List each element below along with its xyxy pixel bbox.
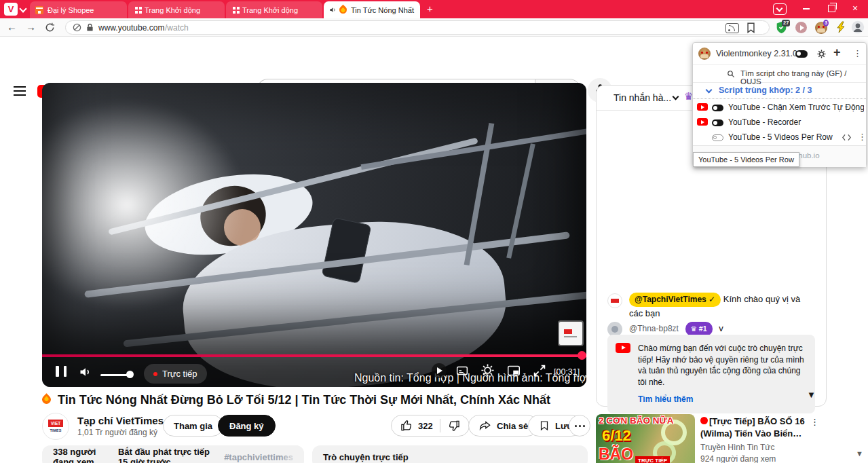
chat-welcome-notice: Chào mừng bạn đến với cuộc trò chuyện tr… bbox=[607, 335, 815, 413]
thumb-live-badge: TRỰC TIẾP bbox=[635, 456, 670, 463]
vm-new-script-button[interactable]: + bbox=[833, 45, 841, 60]
recorder-timestamp: [00:31] bbox=[554, 367, 580, 377]
browser-window: V Đại lý Shopee Trang Khởi động Trang Kh… bbox=[0, 0, 868, 463]
vm-script-row[interactable]: YouTube - Chặn Xem Trước Tự Động Thun bbox=[693, 100, 866, 115]
tab-bar: V Đại lý Shopee Trang Khởi động Trang Kh… bbox=[0, 0, 868, 18]
chat-filter-label[interactable]: Tin nhắn hà... bbox=[614, 92, 671, 103]
new-tab-button[interactable]: + bbox=[427, 3, 433, 14]
youtube-icon bbox=[697, 118, 708, 126]
vm-title: Violentmonkey 2.31.0 bbox=[716, 49, 797, 58]
collapse-chevron-icon bbox=[706, 87, 713, 94]
join-label: Tham gia bbox=[174, 421, 212, 431]
chat-message[interactable]: @Thna-bp8zt ♛ #1 v bbox=[607, 322, 811, 336]
pause-button[interactable] bbox=[56, 366, 67, 377]
minimize-button[interactable] bbox=[803, 8, 810, 10]
tab-stack-chevron-button[interactable] bbox=[773, 3, 787, 15]
page-scroll-down-icon[interactable]: ▼ bbox=[856, 449, 863, 458]
thumb-down-icon[interactable] bbox=[447, 419, 461, 432]
back-button[interactable]: ← bbox=[7, 21, 17, 33]
verified-icon: ✓ bbox=[709, 295, 715, 304]
chat-message[interactable]: @TapchiVietTimes ✓ Kính chào quý vị và c… bbox=[607, 293, 811, 320]
chat-avatar bbox=[607, 293, 622, 308]
tab-start-page-2[interactable]: Trang Khởi động bbox=[226, 1, 322, 18]
guide-menu-button[interactable] bbox=[14, 86, 26, 96]
tab-dai-ly-shopee[interactable]: Đại lý Shopee bbox=[30, 1, 127, 18]
tab-active-video[interactable]: Tin Tức Nóng Nhất Đừn bbox=[324, 1, 420, 18]
notice-text: Chào mừng bạn đến với cuộc trò chuyện tr… bbox=[638, 343, 807, 388]
url-path: /watch bbox=[165, 23, 189, 33]
script-toggle-on[interactable] bbox=[712, 119, 723, 126]
forward-button[interactable]: → bbox=[26, 21, 36, 33]
flame-favicon bbox=[338, 5, 349, 16]
vivaldi-menu-button[interactable]: V bbox=[4, 3, 18, 16]
close-window-button[interactable]: × bbox=[852, 3, 858, 14]
subtitles-icon[interactable] bbox=[455, 363, 470, 378]
volume-slider-knob[interactable] bbox=[126, 371, 134, 378]
channel-name-row[interactable]: Tạp chí VietTimes ✓ bbox=[77, 415, 174, 426]
feed-icon[interactable] bbox=[725, 23, 739, 33]
profile-avatar[interactable] bbox=[851, 20, 865, 34]
maximize-button[interactable] bbox=[828, 5, 835, 12]
chat-author[interactable]: @Thna-bp8zt bbox=[629, 324, 679, 333]
fullscreen-icon[interactable] bbox=[532, 363, 547, 378]
lock-icon[interactable] bbox=[86, 23, 94, 32]
script-menu-button[interactable]: ⋮ bbox=[858, 132, 867, 142]
video-caption: Nguồn tin: Tổng hợp | Nguồn hình ảnh: Tổ… bbox=[354, 372, 586, 384]
vm-script-row[interactable]: YouTube - Recorder bbox=[693, 115, 866, 130]
autoplay-toggle[interactable] bbox=[432, 363, 447, 378]
live-dot-icon bbox=[153, 372, 157, 376]
recommended-more-button[interactable]: ⋮ bbox=[810, 417, 819, 427]
join-button[interactable]: Tham gia bbox=[163, 415, 223, 437]
vm-script-row[interactable]: YouTube - 5 Videos Per Row ⋮ bbox=[693, 130, 866, 145]
browser-toolbar: ← → www.youtube.com /watch 27 3 bbox=[0, 18, 868, 37]
recommended-title: [Trực Tiếp] BÃO SỐ 16 (Wilma) Tiến Vào B… bbox=[700, 416, 805, 439]
violentmonkey-icon bbox=[698, 48, 711, 60]
more-actions-button[interactable] bbox=[569, 415, 590, 437]
live-chat-summary-box[interactable]: Trò chuyện trực tiếp bbox=[312, 445, 588, 463]
video-title-row: Tin Tức Nóng Nhất Đừng Bỏ Lỡ Tối 5/12 | … bbox=[42, 393, 585, 407]
code-icon[interactable] bbox=[842, 134, 851, 141]
recommended-channel[interactable]: Truyền Hình Tin Tức bbox=[700, 443, 808, 452]
vm-enable-toggle[interactable] bbox=[795, 50, 808, 58]
reload-button[interactable] bbox=[45, 22, 55, 33]
recommended-video-thumbnail[interactable]: 2 CƠN BÃO NỮA 6/12 BÃO TRỰC TIẾP bbox=[596, 414, 695, 463]
vm-settings-gear-icon[interactable] bbox=[816, 49, 827, 59]
chat-scroll-down-icon[interactable]: ▼ bbox=[807, 390, 816, 400]
live-label: Trực tiếp bbox=[162, 369, 197, 379]
thumb-headline: 2 CƠN BÃO NỮA bbox=[599, 415, 673, 426]
miniplayer-icon[interactable] bbox=[506, 363, 521, 378]
vm-find-scripts-row[interactable]: Tìm script cho trang này (GF) / OUJS bbox=[693, 65, 866, 83]
channel-avatar[interactable]: VIET TIMES bbox=[42, 413, 69, 440]
learn-more-link[interactable]: Tìm hiểu thêm bbox=[638, 394, 807, 405]
violentmonkey-badge: 3 bbox=[823, 20, 829, 26]
script-name: YouTube - 5 Videos Per Row bbox=[728, 132, 833, 142]
settings-gear-icon[interactable] bbox=[480, 363, 495, 378]
fan-rank: #1 bbox=[699, 325, 707, 333]
tab-start-page-1[interactable]: Trang Khởi động bbox=[128, 1, 225, 18]
volume-icon[interactable] bbox=[79, 365, 92, 379]
live-chat-label: Trò chuyện trực tiếp bbox=[323, 452, 409, 462]
script-toggle-on[interactable] bbox=[712, 105, 723, 111]
progress-bar[interactable] bbox=[42, 354, 586, 357]
vivaldi-menu-chevron-icon[interactable] bbox=[19, 5, 26, 12]
bookmark-icon[interactable] bbox=[747, 22, 755, 33]
subscribe-button[interactable]: Đăng ký bbox=[218, 415, 276, 437]
video-meta-box[interactable]: 338 người đang xem Bắt đầu phát trực tiế… bbox=[42, 445, 304, 463]
live-badge[interactable]: Trực tiếp bbox=[144, 364, 207, 384]
thumb-up-icon[interactable] bbox=[400, 419, 413, 432]
video-extension-icon[interactable] bbox=[795, 22, 807, 33]
script-toggle-off[interactable] bbox=[712, 134, 723, 141]
stream-start-time: Bắt đầu phát trực tiếp 15 giờ trước bbox=[118, 447, 218, 463]
chat-filter-chevron-icon[interactable] bbox=[673, 94, 679, 100]
vm-menu-button[interactable]: ⋮ bbox=[853, 48, 862, 58]
youtube-icon bbox=[616, 343, 630, 353]
zap-extension-icon[interactable] bbox=[836, 21, 847, 33]
video-player[interactable]: Trực tiếp Nguồn tin: Tổng hợp | Nguồn hì… bbox=[42, 83, 586, 387]
tab-title: Đại lý Shopee bbox=[48, 6, 94, 14]
content-blocker-icon[interactable] bbox=[73, 23, 81, 32]
owner-author-badge[interactable]: @TapchiVietTimes ✓ bbox=[629, 293, 721, 307]
address-bar[interactable]: www.youtube.com /watch bbox=[65, 20, 770, 35]
progress-scrubber[interactable] bbox=[578, 351, 586, 360]
vm-matched-section-header[interactable]: Script trùng khớp: 2 / 3 bbox=[693, 83, 866, 99]
recommended-video-meta[interactable]: [Trực Tiếp] BÃO SỐ 16 (Wilma) Tiến Vào B… bbox=[700, 415, 808, 463]
